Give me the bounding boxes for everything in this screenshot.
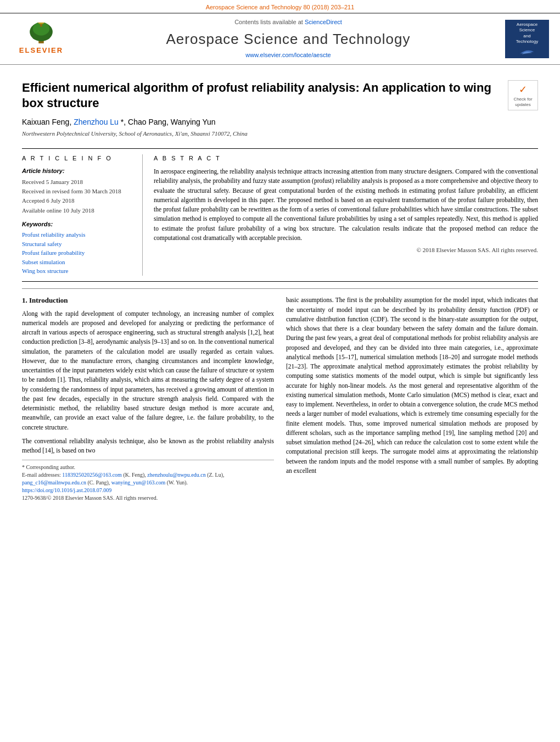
article-title-section: Efficient numerical algorithm of profust… (22, 80, 538, 143)
footnote-email-lu[interactable]: zhenzhoulu@nwpu.edu.cn (147, 472, 205, 478)
author-pang: Chao Pang, Wanying Yun (128, 118, 216, 126)
footnote-email-pang[interactable]: pang_c16@mailnwpu.edu.cn (22, 479, 86, 486)
author-lu[interactable]: Zhenzhou Lu (74, 118, 119, 126)
footnote-name-lu: (Z. Lu), (207, 472, 224, 478)
footnote-emails: E-mail addresses: 1183925020256@163.com … (22, 471, 274, 487)
footnote-name-pang: (C. Pang), (87, 479, 111, 486)
elsevier-logo: ELSEVIER (11, 23, 71, 55)
journal-url[interactable]: www.elsevier.com/locate/aescte (71, 51, 505, 59)
journal-logo-icon (513, 47, 541, 56)
received-revised-date: Received in revised form 30 March 2018 (22, 187, 134, 196)
article-history-label: Article history: (22, 167, 134, 175)
keyword-3[interactable]: Profust failure probability (22, 249, 134, 257)
article-info-abstract-section: A R T I C L E I N F O Article history: R… (22, 148, 538, 282)
check-for-updates-badge: ✓ Check forupdates (508, 80, 538, 110)
keyword-2[interactable]: Structural safety (22, 240, 134, 248)
keywords-label: Keywords: (22, 220, 134, 228)
elsevier-tree-icon (19, 23, 63, 44)
check-badge-text: Check forupdates (513, 97, 532, 107)
journal-logo-box: Aerospace Science and Technology (505, 20, 549, 58)
intro-paragraph-2: The conventional reliability analysis te… (22, 437, 274, 456)
article-title-text: Efficient numerical algorithm of profust… (22, 80, 500, 143)
author-lu-asterisk: *, (121, 118, 128, 126)
check-icon: ✓ (519, 83, 527, 97)
article-title: Efficient numerical algorithm of profust… (22, 80, 500, 111)
affiliation: Northwestern Polytechnical University, S… (22, 130, 500, 138)
intro-right-text: basic assumptions. The first is the prob… (286, 295, 538, 476)
keyword-4[interactable]: Subset simulation (22, 258, 134, 266)
received-date: Received 5 January 2018 (22, 178, 134, 186)
body-left-col: 1. Introduction Along with the rapid dev… (22, 295, 274, 502)
logo-line-1: Aerospace (516, 22, 538, 27)
available-date: Available online 10 July 2018 (22, 207, 134, 215)
logo-line-2: Science (516, 27, 538, 33)
contents-available-line: Contents lists available at ScienceDirec… (71, 18, 505, 26)
journal-center: Contents lists available at ScienceDirec… (71, 18, 505, 59)
body-two-col: 1. Introduction Along with the rapid dev… (22, 295, 538, 502)
intro-title: 1. Introduction (22, 295, 274, 305)
abstract-heading: A B S T R A C T (154, 154, 538, 163)
keyword-5[interactable]: Wing box structure (22, 267, 134, 275)
article-info-col: A R T I C L E I N F O Article history: R… (22, 154, 143, 276)
journal-reference-bar: Aerospace Science and Technology 80 (201… (0, 0, 560, 13)
footnote-email-label: E-mail addresses: (22, 472, 61, 478)
footnote-name-yun: (W. Yun). (167, 479, 188, 486)
page: Aerospace Science and Technology 80 (201… (0, 0, 560, 742)
article-info-heading: A R T I C L E I N F O (22, 154, 134, 163)
keyword-1[interactable]: Profust reliability analysis (22, 231, 134, 239)
contents-text: Contents lists available at (234, 19, 303, 25)
footnote-issn: 1270-9638/© 2018 Elsevier Masson SAS. Al… (22, 494, 274, 502)
authors-line: Kaixuan Feng, Zhenzhou Lu *, Chao Pang, … (22, 117, 500, 128)
body-right-col: basic assumptions. The first is the prob… (286, 295, 538, 502)
section-divider (22, 288, 538, 289)
journal-ref-text: Aerospace Science and Technology 80 (201… (206, 4, 355, 10)
journal-header: ELSEVIER Contents lists available at Sci… (0, 13, 560, 64)
footnote-corresponding: * Corresponding author. (22, 464, 274, 471)
journal-title: Aerospace Science and Technology (71, 29, 505, 49)
footnote-email-yun[interactable]: wanying_yun@163.com (111, 479, 165, 486)
footnote-section: * Corresponding author. E-mail addresses… (22, 460, 274, 502)
abstract-text: In aerospace engineering, the reliabilit… (154, 167, 538, 243)
intro-paragraph-1: Along with the rapid development of comp… (22, 309, 274, 432)
doi-link[interactable]: https://doi.org/10.1016/j.ast.2018.07.00… (22, 487, 111, 493)
abstract-col: A B S T R A C T In aerospace engineering… (154, 154, 538, 276)
logo-line-4: Technology (516, 39, 538, 44)
main-content: Efficient numerical algorithm of profust… (0, 65, 560, 508)
copyright-line: © 2018 Elsevier Masson SAS. All rights r… (154, 246, 538, 254)
elsevier-brand-text: ELSEVIER (19, 46, 63, 55)
footnote-name-feng: (K. Feng), (123, 472, 147, 478)
footnote-email-feng[interactable]: 1183925020256@163.com (62, 472, 122, 478)
footnote-doi: https://doi.org/10.1016/j.ast.2018.07.00… (22, 487, 274, 494)
author-feng: Kaixuan Feng, (22, 118, 74, 126)
accepted-date: Accepted 6 July 2018 (22, 197, 134, 205)
logo-line-3: and (516, 34, 538, 39)
sciencedirect-link[interactable]: ScienceDirect (305, 19, 342, 25)
